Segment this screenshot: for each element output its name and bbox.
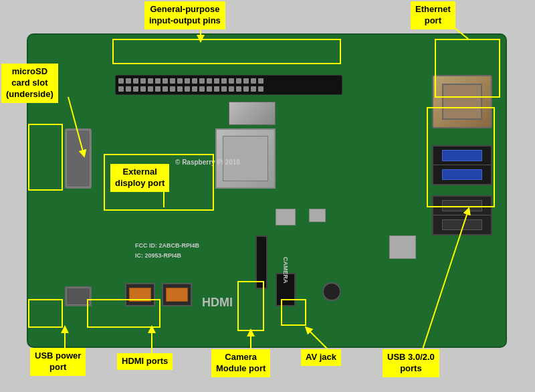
camera-label: CAMERA bbox=[282, 257, 289, 284]
av-jack-label: AV jack bbox=[301, 349, 341, 366]
dsi-connector bbox=[255, 235, 268, 289]
chip-small-1 bbox=[276, 209, 296, 225]
chip-usb-ctrl bbox=[389, 235, 416, 259]
usb-top-component bbox=[432, 145, 492, 185]
microsd-label: microSD card slot (underside) bbox=[1, 64, 58, 103]
copyright-text: © Raspberry Pi 2018 bbox=[175, 159, 240, 166]
hdmi-port-2 bbox=[162, 283, 192, 306]
hdmi-label-annotation: HDMI ports bbox=[117, 353, 173, 370]
usb-bottom-component bbox=[432, 195, 492, 235]
gpio-label: General-purpose input-output pins bbox=[144, 1, 225, 29]
usb-power-port bbox=[65, 286, 92, 306]
microsd-slot bbox=[65, 128, 92, 189]
usb-power-label: USB power port bbox=[30, 348, 86, 376]
raspberry-pi-board: © Raspberry Pi 2018 FCC ID: 2ABCB-RPI4B … bbox=[27, 33, 507, 348]
fcc-text: FCC ID: 2ABCB-RPI4B bbox=[135, 242, 199, 249]
ethernet-port-component bbox=[432, 75, 492, 128]
hdmi-port-1 bbox=[125, 283, 155, 306]
usb-ports-label: USB 3.0/2.0 ports bbox=[383, 349, 439, 377]
ram-chip bbox=[229, 102, 276, 125]
ic-text: IC: 20953-RPI4B bbox=[135, 252, 181, 259]
gpio-pins-component bbox=[115, 75, 342, 95]
chip-small-2 bbox=[309, 209, 326, 222]
av-jack-component bbox=[322, 282, 341, 301]
hdmi-label: HDMI bbox=[202, 296, 233, 310]
camera-label: Camera Module port bbox=[211, 349, 270, 377]
display-label: External disploy port bbox=[110, 164, 169, 192]
ethernet-label: Ethernet port bbox=[411, 1, 455, 29]
